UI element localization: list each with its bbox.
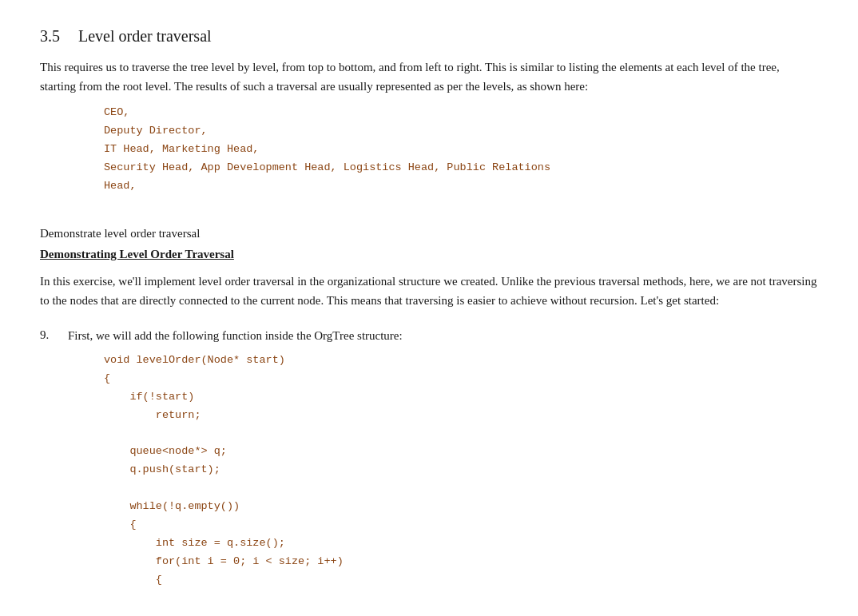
page-container: 3.5 Level order traversal This requires … [0,0,858,616]
step-9-text: First, we will add the following functio… [68,326,403,345]
code-line-2: Deputy Director, [104,125,208,137]
func-line-2: if(!start) [104,391,194,403]
step-9-number: 9. [40,326,68,344]
section-heading: 3.5 Level order traversal [40,24,818,48]
func-line-1: { [104,372,110,384]
func-line-9: { [104,519,137,531]
func-line-3: return; [104,409,201,421]
code-line-3: IT Head, Marketing Head, [104,143,259,155]
code-line-1: CEO, [104,106,129,118]
code-function-block: void levelOrder(Node* start) { if(!start… [104,352,818,590]
section-title: Level order traversal [78,27,212,45]
func-line-10: int size = q.size(); [104,537,285,549]
intro-paragraph: This requires us to traverse the tree le… [40,58,818,96]
section-number: 3.5 [40,27,60,45]
demonstrate-bold-heading: Demonstrating Level Order Traversal [40,245,818,264]
func-line-5: queue<node*> q; [104,445,227,457]
code-line-4: Security Head, App Development Head, Log… [104,161,550,173]
func-line-8: while(!q.empty()) [104,500,240,512]
func-line-0: void levelOrder(Node* start) [104,354,285,366]
func-line-12: { [104,574,162,586]
func-line-11: for(int i = 0; i < size; i++) [104,555,344,567]
code-line-5: Head, [104,180,137,192]
demonstrate-paragraph: In this exercise, we'll implement level … [40,272,818,310]
step-9-item: 9. First, we will add the following func… [40,326,818,345]
func-line-6: q.push(start); [104,463,220,475]
code-output-block: CEO, Deputy Director, IT Head, Marketing… [104,104,818,196]
demonstrate-label: Demonstrate level order traversal [40,225,818,243]
